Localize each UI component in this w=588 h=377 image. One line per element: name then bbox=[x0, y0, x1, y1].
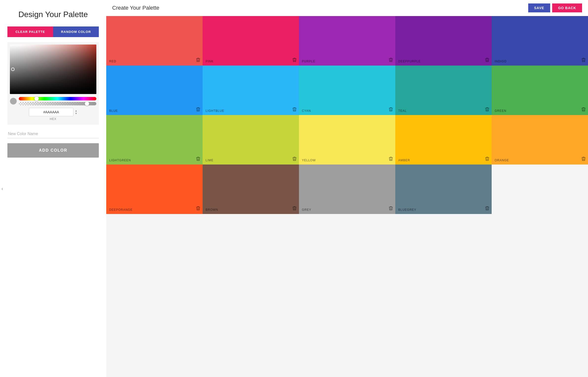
color-name-label: BLUE bbox=[109, 109, 118, 113]
color-cell: DEEPPURPLE bbox=[395, 16, 492, 66]
color-cell: BROWN bbox=[203, 165, 299, 214]
color-cell: AMBER bbox=[395, 115, 492, 165]
up-arrow-icon: ▲ bbox=[75, 110, 77, 112]
delete-color-icon[interactable] bbox=[485, 157, 489, 162]
color-cell: LIGHTGREEN bbox=[106, 115, 203, 165]
color-cell: BLUE bbox=[106, 66, 203, 115]
color-name-label: TEAL bbox=[398, 109, 407, 113]
opacity-thumb bbox=[85, 101, 89, 106]
hex-input-row: ▲ ▼ bbox=[10, 108, 96, 116]
clear-palette-button[interactable]: CLEAR PALETTE bbox=[7, 26, 53, 37]
color-cell: GREY bbox=[299, 165, 395, 214]
color-name-label: CYAN bbox=[302, 109, 311, 113]
color-cell: DEEPORANGE bbox=[106, 165, 203, 214]
color-name-label: DEEPPURPLE bbox=[398, 60, 421, 63]
button-row: CLEAR PALETTE RANDOM COLOR bbox=[7, 26, 99, 37]
sliders-area bbox=[10, 97, 96, 105]
color-name-label: BROWN bbox=[206, 208, 218, 212]
panel-title: Design Your Palette bbox=[18, 10, 88, 19]
page-title: Create Your Palette bbox=[112, 5, 159, 11]
color-cell: INDIGO bbox=[492, 16, 588, 66]
color-name-label: LIME bbox=[206, 159, 213, 162]
hex-label: HEX bbox=[10, 117, 96, 121]
hue-slider[interactable] bbox=[19, 97, 96, 100]
color-cell: TEAL bbox=[395, 66, 492, 115]
delete-color-icon[interactable] bbox=[293, 157, 296, 162]
delete-color-icon[interactable] bbox=[293, 206, 296, 212]
delete-color-icon[interactable] bbox=[485, 107, 489, 113]
color-cell: BLUEGREY bbox=[395, 165, 492, 214]
color-cell: LIME bbox=[203, 115, 299, 165]
color-cell: RED bbox=[106, 16, 203, 66]
right-panel: Create Your Palette SAVE GO BACK RED PIN… bbox=[106, 0, 588, 377]
color-name-label: RED bbox=[109, 60, 116, 63]
add-color-button[interactable]: ADD COLOR bbox=[7, 143, 99, 158]
hue-thumb bbox=[34, 96, 39, 101]
delete-color-icon[interactable] bbox=[389, 58, 393, 63]
color-name-label: BLUEGREY bbox=[398, 208, 416, 212]
color-name-label: LIGHTGREEN bbox=[109, 159, 131, 162]
delete-color-icon[interactable] bbox=[582, 58, 586, 63]
color-name-label: AMBER bbox=[398, 159, 410, 162]
down-arrow-icon: ▼ bbox=[75, 112, 77, 115]
delete-color-icon[interactable] bbox=[196, 206, 200, 212]
color-picker-box: ▲ ▼ HEX bbox=[7, 42, 99, 125]
left-panel: ‹ Design Your Palette CLEAR PALETTE RAND… bbox=[0, 0, 106, 377]
color-cell: YELLOW bbox=[299, 115, 395, 165]
delete-color-icon[interactable] bbox=[389, 107, 393, 113]
delete-color-icon[interactable] bbox=[389, 157, 393, 162]
color-name-label: PINK bbox=[206, 60, 213, 63]
delete-color-icon[interactable] bbox=[196, 107, 200, 113]
collapse-button[interactable]: ‹ bbox=[0, 183, 5, 194]
color-name-label: YELLOW bbox=[302, 159, 316, 162]
color-cell: GREEN bbox=[492, 66, 588, 115]
color-cell: LIGHTBLUE bbox=[203, 66, 299, 115]
right-header: Create Your Palette SAVE GO BACK bbox=[106, 0, 588, 16]
header-buttons: SAVE GO BACK bbox=[528, 3, 582, 12]
go-back-button[interactable]: GO BACK bbox=[552, 3, 582, 12]
color-cell: ORANGE bbox=[492, 115, 588, 165]
delete-color-icon[interactable] bbox=[485, 206, 489, 212]
opacity-slider[interactable] bbox=[19, 102, 96, 105]
color-cell: PURPLE bbox=[299, 16, 395, 66]
color-cell: CYAN bbox=[299, 66, 395, 115]
gradient-handle bbox=[11, 68, 15, 71]
delete-color-icon[interactable] bbox=[485, 58, 489, 63]
delete-color-icon[interactable] bbox=[293, 107, 296, 113]
save-button[interactable]: SAVE bbox=[528, 3, 550, 12]
color-name-label: GREY bbox=[302, 208, 311, 212]
color-name-input[interactable] bbox=[7, 130, 99, 138]
delete-color-icon[interactable] bbox=[582, 157, 586, 162]
delete-color-icon[interactable] bbox=[293, 58, 296, 63]
color-gradient[interactable] bbox=[10, 45, 96, 94]
delete-color-icon[interactable] bbox=[582, 107, 586, 113]
random-color-button[interactable]: RANDOM COLOR bbox=[53, 26, 99, 37]
hex-arrows[interactable]: ▲ ▼ bbox=[75, 110, 77, 115]
color-cell: PINK bbox=[203, 16, 299, 66]
color-name-label: ORANGE bbox=[495, 159, 509, 162]
delete-color-icon[interactable] bbox=[196, 58, 200, 63]
color-name-label: PURPLE bbox=[302, 60, 315, 63]
color-grid: RED PINK PURPLE DEEPPURPLE INDIGO BLUE L… bbox=[106, 16, 588, 377]
delete-color-icon[interactable] bbox=[389, 206, 393, 212]
delete-color-icon[interactable] bbox=[196, 157, 200, 162]
sliders-stack bbox=[19, 97, 96, 105]
opacity-preview-circle bbox=[10, 98, 17, 105]
color-name-label: DEEPORANGE bbox=[109, 208, 133, 212]
color-name-label: GREEN bbox=[495, 109, 506, 113]
color-name-label: INDIGO bbox=[495, 60, 507, 63]
hex-input[interactable] bbox=[29, 108, 73, 116]
color-name-label: LIGHTBLUE bbox=[206, 109, 224, 113]
